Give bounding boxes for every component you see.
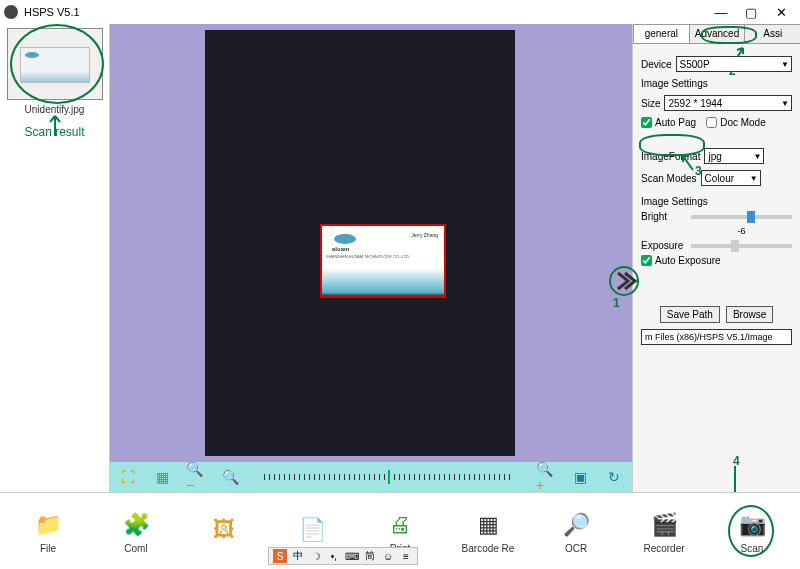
scan-modes-select[interactable]: Colour — [701, 170, 761, 186]
settings-panel: 1 general Advanced Assi 2 Device S500P I… — [632, 24, 800, 492]
ime-simp-icon[interactable]: 简 — [363, 549, 377, 563]
scan-modes-label: Scan Modes — [641, 173, 697, 184]
preview-panel: Jerry Zhang eloam SHENZHEN ELOAM TECHNOL… — [110, 24, 632, 492]
bottom-toolbar: 📁 File 🧩 Coml 🖼 📄 🖨 Print ▦ Barcode Re 🔎… — [0, 492, 800, 569]
ime-face-icon[interactable]: ☺ — [381, 549, 395, 563]
bright-value: -6 — [691, 226, 792, 236]
recorder-button[interactable]: 🎬 Recorder — [628, 509, 700, 554]
camera-icon: 📷 — [734, 509, 770, 541]
print-icon: 🖨 — [382, 509, 418, 541]
exposure-label: Exposure — [641, 240, 687, 251]
title-bar: HSPS V5.1 — ▢ ✕ — [0, 0, 800, 24]
zoom-out-full-icon[interactable]: 🔍− — [186, 467, 206, 487]
card-company: SHENZHEN ELOAM TECHNOLOGY CO.,LTD. — [326, 254, 440, 259]
auto-exposure-checkbox[interactable]: Auto Exposure — [641, 255, 792, 266]
file-button[interactable]: 📁 File — [12, 509, 84, 554]
image-settings-label: Image Settings — [641, 78, 792, 89]
window-title: HSPS V5.1 — [24, 6, 80, 18]
focus-icon[interactable]: ▣ — [570, 467, 590, 487]
image-settings2-label: Image Settings — [641, 196, 792, 207]
minimize-button[interactable]: — — [706, 5, 736, 20]
qrcode-icon: ▦ — [470, 509, 506, 541]
scanned-card[interactable]: Jerry Zhang eloam SHENZHEN ELOAM TECHNOL… — [320, 224, 446, 298]
scan-result-label: Scan result — [4, 125, 105, 139]
ime-toolbar[interactable]: S 中 ☽ •ˌ ⌨ 简 ☺ ≡ — [268, 547, 418, 565]
combine-button[interactable]: 🧩 Coml — [100, 509, 172, 554]
image-format-select[interactable]: jpg — [704, 148, 764, 164]
size-select[interactable]: 2592 * 1944 — [664, 95, 792, 111]
doc-mode-checkbox[interactable]: Doc Mode — [706, 117, 766, 128]
close-button[interactable]: ✕ — [766, 5, 796, 20]
device-select[interactable]: S500P — [676, 56, 792, 72]
card-person: Jerry Zhang — [411, 232, 438, 238]
combine-icon: 🧩 — [118, 509, 154, 541]
device-label: Device — [641, 59, 672, 70]
ime-menu-icon[interactable]: ≡ — [399, 549, 413, 563]
preview-toolbar: ⛶ ▦ 🔍− 🔍 🔍+ ▣ ↻ — [110, 462, 632, 492]
folder-icon: 📁 — [30, 509, 66, 541]
ime-logo-icon: S — [273, 549, 287, 563]
image-format-label: ImageFormat — [641, 151, 700, 162]
save-path-button[interactable]: Save Path — [660, 306, 720, 323]
zoom-slider[interactable] — [264, 474, 512, 480]
eloam-logo-icon — [334, 234, 356, 244]
ocr-button[interactable]: 🔎 OCR — [540, 509, 612, 554]
slideshow-icon: 🖼 — [206, 514, 242, 546]
ime-lang-icon[interactable]: 中 — [291, 549, 305, 563]
preview-area[interactable]: Jerry Zhang eloam SHENZHEN ELOAM TECHNOL… — [110, 24, 632, 462]
size-label: Size — [641, 98, 660, 109]
thumbnail-item[interactable] — [7, 28, 103, 100]
tab-assi[interactable]: Assi — [744, 24, 800, 43]
zoom-out-icon[interactable]: 🔍 — [220, 467, 240, 487]
settings-tabs: general Advanced Assi — [633, 24, 800, 44]
zoom-in-icon[interactable]: 🔍+ — [536, 467, 556, 487]
exposure-slider[interactable] — [691, 244, 792, 248]
bright-slider[interactable] — [691, 215, 792, 219]
ocr-icon: 🔎 — [558, 509, 594, 541]
thumbnail-panel: Unidentify.jpg Scan result — [0, 24, 110, 492]
ime-punct-icon[interactable]: •ˌ — [327, 549, 341, 563]
maximize-button[interactable]: ▢ — [736, 5, 766, 20]
auto-page-checkbox[interactable]: Auto Pag — [641, 117, 696, 128]
browse-button[interactable]: Browse — [726, 306, 773, 323]
pdf-button[interactable]: 📄 — [276, 514, 348, 548]
slideshow-button[interactable]: 🖼 — [188, 514, 260, 548]
tab-general[interactable]: general — [633, 24, 690, 43]
collapse-arrow-icon[interactable] — [615, 269, 639, 293]
fit-icon[interactable]: ▦ — [152, 467, 172, 487]
bright-label: Bright — [641, 211, 687, 222]
ime-keyboard-icon[interactable]: ⌨ — [345, 549, 359, 563]
scan-button[interactable]: 📷 Scan — [716, 509, 788, 554]
barcode-button[interactable]: ▦ Barcode Re — [452, 509, 524, 554]
ime-moon-icon[interactable]: ☽ — [309, 549, 323, 563]
thumbnail-filename: Unidentify.jpg — [4, 104, 105, 115]
save-path-field[interactable]: m Files (x86)/HSPS V5.1/Image — [641, 329, 792, 345]
crop-icon[interactable]: ⛶ — [118, 467, 138, 487]
rotate-icon[interactable]: ↻ — [604, 467, 624, 487]
app-logo-icon — [4, 5, 18, 19]
recorder-icon: 🎬 — [646, 509, 682, 541]
tab-advanced[interactable]: Advanced — [689, 24, 746, 43]
card-brand: eloam — [332, 246, 440, 252]
pdf-icon: 📄 — [294, 514, 330, 546]
